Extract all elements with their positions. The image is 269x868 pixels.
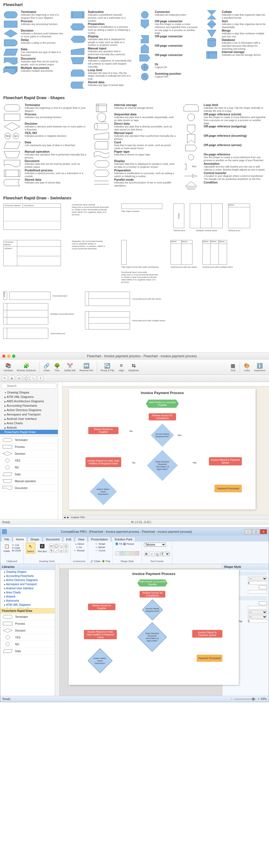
palette-item[interactable]: NO	[0, 641, 55, 648]
node-queue[interactable]: Invoice Placed in Payment Queue	[192, 630, 223, 638]
tree-item[interactable]: ATM UML Diagrams	[0, 603, 55, 607]
node-dept[interactable]: Dept Included Required Information & App…	[147, 450, 178, 481]
tree-button[interactable]: 🌳Tree	[53, 362, 62, 372]
node-action[interactable]: Action Taken, Issue Resolved?	[88, 648, 113, 673]
clone-button[interactable]: ⧉ Clone	[12, 549, 21, 552]
node-dept[interactable]: Dept Included Required Information & App…	[137, 622, 167, 652]
tree-item[interactable]: Artwork	[0, 425, 58, 430]
fill-alpha[interactable]	[248, 581, 267, 585]
bold-button[interactable]: B	[144, 551, 149, 556]
tab-home[interactable]: Home	[13, 536, 27, 541]
library-tree[interactable]: Drawing Shapes ATM UML Diagrams AWS Arch…	[0, 390, 58, 436]
tree-item[interactable]: ATM UML Diagrams	[0, 395, 58, 399]
tab-view[interactable]: View	[75, 536, 88, 541]
conn-direct[interactable]: ↘ Direct	[75, 542, 84, 545]
reverse-link-button[interactable]: ↔️Reverse link	[78, 362, 95, 372]
tree-item[interactable]: Android User Interface	[0, 586, 55, 590]
browse-solutions-button[interactable]: 🧩Browse Solutions	[15, 362, 38, 372]
shape-tool[interactable]: ⟋	[54, 548, 58, 553]
underline-button[interactable]: U	[155, 551, 160, 556]
connector-tool[interactable]: ⌇	[37, 376, 43, 381]
maximize-button[interactable]: ▢	[252, 529, 259, 534]
close-button[interactable]: ✕	[260, 529, 267, 534]
italic-button[interactable]: I	[149, 551, 155, 556]
copy-button[interactable]: ⎘ Copy	[12, 547, 21, 549]
pointer-tool[interactable]: ↖	[2, 376, 8, 381]
minimize-button[interactable]	[7, 354, 10, 358]
tab-shape[interactable]: Shape	[27, 536, 42, 541]
tree-item[interactable]: Android User Interface	[0, 416, 58, 421]
fill-style[interactable]: —	[248, 577, 267, 581]
zoom-display[interactable]: Custom 70%	[71, 516, 85, 519]
tree-root[interactable]: Drawing Shapes	[0, 390, 58, 395]
corner-rounding[interactable]	[248, 619, 267, 623]
palette-item[interactable]: NO	[0, 464, 58, 471]
select-tool[interactable]: ↖Select	[26, 542, 35, 554]
preset[interactable]	[120, 551, 125, 556]
line-style[interactable]: —	[248, 610, 267, 614]
conn-round[interactable]: ⤷ Round	[74, 549, 85, 552]
libraries-button[interactable]: 📚Libraries	[2, 362, 14, 372]
conn-smart[interactable]: ⤳ Smart	[95, 542, 105, 545]
palette-item[interactable]: Manual operation	[0, 478, 58, 485]
tree-item[interactable]: Accounting Flowcharts	[0, 403, 58, 408]
align-button[interactable]: ≡Align	[116, 362, 126, 372]
tree-item[interactable]: Accounting Flowcharts	[0, 574, 55, 578]
node-review[interactable]: Review Invoice for Compliance	[140, 591, 165, 597]
preset[interactable]	[135, 551, 139, 556]
shape-tool[interactable]: ⬡	[64, 544, 68, 548]
minimize-button[interactable]: –	[245, 529, 252, 534]
color-button[interactable]: 🎨Color	[242, 362, 251, 372]
node-meets[interactable]: Invoice Meets Requirement?	[142, 599, 163, 620]
node-paid[interactable]: Payment Processed	[197, 655, 223, 662]
tree-item[interactable]: Aerospace and Transport	[0, 412, 58, 416]
textbox-tool[interactable]: 🅰Text Box	[36, 543, 48, 553]
node-action[interactable]: Action Taken, Issue Resolved?	[90, 478, 117, 505]
text-tool[interactable]: A	[9, 376, 15, 381]
paste-button[interactable]: 📋Paste	[2, 542, 11, 553]
conn-bezier[interactable]: ∿ Bezier	[95, 546, 106, 549]
line-alpha[interactable]	[248, 606, 267, 609]
preset[interactable]	[130, 551, 134, 556]
node-paid[interactable]: Payment Processed	[214, 485, 242, 492]
node-review[interactable]: Review Invoice for Compliance	[148, 413, 176, 421]
palette-item[interactable]: Terminator	[0, 437, 58, 443]
shape-tool[interactable]: ＼	[59, 544, 63, 548]
tree-item[interactable]: Active Directory Diagrams	[0, 578, 55, 582]
tree-item[interactable]: Artwork	[0, 594, 55, 599]
canvas[interactable]: Invoice Payment Process Mail Invoice to …	[58, 382, 269, 519]
conn-tree[interactable]: 🌳 Tree	[102, 560, 110, 563]
node-queue[interactable]: Invoice Placed in Payment Queue	[209, 457, 242, 465]
shape-tool[interactable]: ▭	[49, 544, 54, 548]
node-hold[interactable]: Invoice Placed on Hold, Dept Notified of…	[84, 630, 117, 639]
distribute-button[interactable]: ⇆Distribute	[127, 362, 140, 372]
zoom-slider[interactable]	[252, 698, 255, 701]
close-button[interactable]	[2, 354, 5, 358]
fill-button[interactable]: 🪣 Fill	[115, 542, 122, 545]
conn-arc[interactable]: ⟆ Arc	[76, 546, 82, 549]
fill-2nd-color[interactable]	[259, 585, 267, 589]
picture-button[interactable]: 🖼 Picture	[123, 542, 134, 545]
palette-item[interactable]: Process	[0, 620, 55, 627]
tree-item[interactable]: Active Directory Diagrams	[0, 408, 58, 412]
node-hold[interactable]: Invoice Placed on Hold, Dept Notified of…	[86, 457, 121, 467]
route-flip-button[interactable]: ↪️Route & Flip	[99, 362, 116, 372]
shape-tool[interactable]: ◇	[59, 548, 63, 553]
fill-alpha2[interactable]	[248, 590, 267, 593]
chain-button[interactable]: 🔗Chain	[42, 362, 51, 372]
delete-link-button[interactable]: ✂️Delete link	[63, 362, 77, 372]
inspectors-button[interactable]: ℹ️Inspectors	[253, 362, 267, 372]
palette-item[interactable]: YES	[0, 457, 58, 464]
tab-file[interactable]: File	[1, 536, 12, 541]
conn-chain[interactable]: 🔗 Chain	[90, 560, 101, 563]
tab-presentation[interactable]: Presentation	[88, 536, 111, 541]
palette-item[interactable]: Terminator	[0, 614, 55, 620]
palette-item[interactable]: Data	[0, 471, 58, 478]
node-mail[interactable]: Mail Invoice to Accounts Payable	[137, 580, 168, 587]
line-color[interactable]	[259, 601, 267, 605]
ellipse-tool[interactable]: ◯	[23, 376, 29, 381]
node-return[interactable]: Return Invoice to Supplier	[88, 427, 119, 434]
font-select[interactable]: Tahoma	[144, 542, 166, 547]
tree-item[interactable]: Drawing Shapes	[0, 570, 55, 574]
palette-item[interactable]: YES	[0, 634, 55, 641]
